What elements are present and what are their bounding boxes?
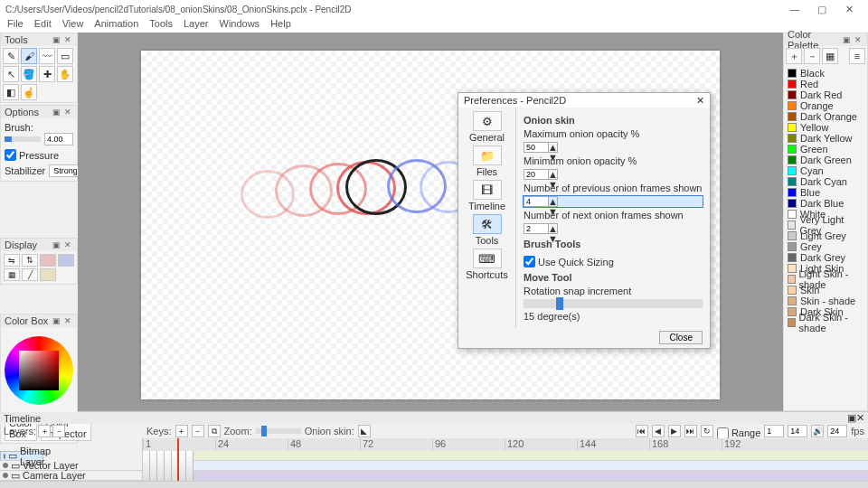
undock-icon[interactable]: ▣ (51, 108, 62, 117)
close-icon[interactable]: ✕ (62, 240, 73, 249)
visibility-dot[interactable] (3, 463, 8, 468)
swatch-row[interactable]: Green (788, 144, 863, 155)
next-frames-spinner[interactable]: ▲▼ (524, 223, 703, 234)
swatch-row[interactable]: Very Light Grey (788, 220, 863, 230)
close-icon[interactable]: ✕ (853, 35, 863, 44)
pref-cat-shortcuts[interactable]: ⌨Shortcuts (467, 249, 508, 280)
swatch-row[interactable]: Dark Yellow (788, 133, 863, 144)
grid-button[interactable]: ▦ (4, 268, 20, 281)
menu-layer[interactable]: Layer (184, 18, 209, 33)
swatch-row[interactable]: Dark Orange (788, 111, 863, 122)
minimize-button[interactable]: — (781, 4, 808, 14)
range-start-input[interactable] (764, 425, 784, 437)
swatch-row[interactable]: Orange (788, 100, 863, 111)
visibility-dot[interactable] (3, 473, 8, 478)
loop-button[interactable]: ↻ (701, 425, 713, 437)
mirror-v-button[interactable]: ⇅ (22, 254, 38, 267)
remove-key-button[interactable]: － (192, 425, 204, 437)
pref-cat-general[interactable]: ⚙General (467, 111, 508, 143)
eraser-tool[interactable]: ◧ (3, 84, 19, 100)
menu-file[interactable]: File (7, 18, 24, 33)
undock-icon[interactable]: ▣ (51, 35, 62, 44)
min-opacity-spinner[interactable]: ▲▼ (524, 169, 703, 180)
menu-tools[interactable]: Tools (149, 18, 173, 33)
keyframes[interactable] (143, 451, 193, 481)
swatch-row[interactable]: Skin - shade (788, 296, 863, 306)
play-back-button[interactable]: ◀ (652, 425, 665, 437)
pencil-tool[interactable]: ✎ (3, 48, 19, 64)
undock-icon[interactable]: ▣ (841, 35, 853, 44)
thin-lines-button[interactable]: ╱ (22, 268, 38, 281)
menu-animation[interactable]: Animation (94, 18, 138, 33)
track-camera[interactable] (143, 471, 868, 481)
pref-cat-tools[interactable]: 🛠Tools (467, 214, 508, 246)
add-key-button[interactable]: ＋ (175, 425, 188, 437)
brush-size-slider[interactable] (5, 136, 41, 142)
hand-tool[interactable]: ✋ (57, 66, 73, 82)
next-onion-toggle[interactable] (58, 254, 74, 267)
pref-cat-files[interactable]: 📁Files (467, 145, 508, 177)
menu-windows[interactable]: Windows (220, 18, 260, 33)
color-wheel[interactable] (5, 336, 73, 405)
timeline-zoom-slider[interactable] (256, 428, 301, 434)
maximize-button[interactable]: ▢ (808, 4, 835, 15)
select-tool[interactable]: ▭ (57, 48, 73, 64)
range-end-input[interactable] (788, 425, 807, 437)
add-swatch-button[interactable]: ＋ (786, 48, 802, 64)
swatch-row[interactable]: Dark Green (788, 155, 863, 165)
canvas-area[interactable]: Preferences - Pencil2D✕ ⚙General📁Files🎞T… (78, 33, 783, 411)
first-frame-button[interactable]: ⏮ (636, 425, 648, 437)
swatch-row[interactable]: Cyan (788, 165, 863, 176)
menu-help[interactable]: Help (270, 18, 291, 33)
close-icon[interactable]: ✕ (856, 412, 864, 424)
mirror-h-button[interactable]: ⇋ (4, 254, 20, 267)
rotation-snap-slider[interactable] (524, 299, 703, 308)
swatch-row[interactable]: Grey (788, 241, 863, 252)
pressure-checkbox[interactable]: Pressure (5, 149, 73, 161)
timeline-scrollbar[interactable] (0, 481, 868, 488)
prev-frames-spinner[interactable]: ▲▼ (524, 196, 703, 207)
palette-menu-button[interactable]: ≡ (849, 48, 865, 64)
arrow-tool[interactable]: ↖ (3, 66, 19, 82)
quick-sizing-checkbox[interactable]: Use Quick Sizing (524, 256, 703, 267)
dialog-close-icon[interactable]: ✕ (696, 95, 704, 107)
swatch-row[interactable]: Red (788, 79, 863, 89)
swatch-row[interactable]: Dark Skin - shade (788, 317, 863, 328)
remove-swatch-button[interactable]: － (804, 48, 820, 64)
brush-size-input[interactable] (44, 133, 73, 145)
eyedropper-tool[interactable]: ✚ (39, 66, 55, 82)
add-layer-button[interactable]: ＋ (38, 425, 51, 437)
swatch-row[interactable]: Dark Red (788, 89, 863, 100)
undock-icon[interactable]: ▣ (847, 412, 856, 424)
menu-view[interactable]: View (62, 18, 84, 33)
play-button[interactable]: ▶ (668, 425, 681, 437)
swatch-row[interactable]: Light Skin - shade (788, 274, 863, 285)
fps-input[interactable] (827, 425, 847, 437)
swatch-row[interactable]: Dark Grey (788, 252, 863, 263)
smudge-tool[interactable]: ☝ (21, 84, 37, 100)
onion-toggle-button[interactable]: ◣ (358, 425, 371, 437)
max-opacity-spinner[interactable]: ▲▼ (524, 142, 703, 153)
swatch-row[interactable]: Dark Cyan (788, 176, 863, 187)
track-bitmap[interactable] (143, 451, 868, 461)
layer-row[interactable]: ▭Camera Layer (0, 471, 142, 481)
range-checkbox[interactable]: Range (717, 427, 760, 439)
close-icon[interactable]: ✕ (62, 108, 73, 117)
menu-edit[interactable]: Edit (34, 18, 52, 33)
bucket-tool[interactable]: 🪣 (21, 66, 37, 82)
last-frame-button[interactable]: ⏭ (684, 425, 697, 437)
swatch-row[interactable]: Yellow (788, 122, 863, 133)
polyline-tool[interactable]: 〰 (39, 48, 55, 64)
duplicate-key-button[interactable]: ⧉ (208, 425, 221, 437)
brush-tool[interactable]: 🖌 (21, 48, 37, 64)
undock-icon[interactable]: ▣ (51, 240, 62, 249)
playhead[interactable] (177, 438, 179, 481)
sound-button[interactable]: 🔊 (811, 425, 824, 437)
swatch-row[interactable]: Blue (788, 187, 863, 198)
onion-blue-toggle[interactable] (40, 268, 56, 281)
close-icon[interactable]: ✕ (62, 35, 73, 44)
track-vector[interactable] (143, 461, 868, 471)
prev-onion-toggle[interactable] (40, 254, 56, 267)
undock-icon[interactable]: ▣ (51, 316, 62, 325)
palette-grid-button[interactable]: ▦ (822, 48, 838, 64)
